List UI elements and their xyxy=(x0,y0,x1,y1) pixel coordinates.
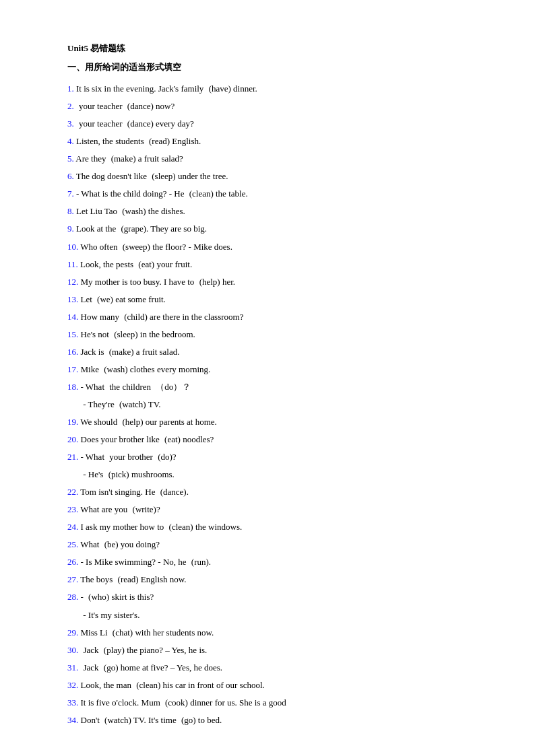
question-text: - What xyxy=(81,382,107,392)
question-line: 28. - (who) skirt is this? xyxy=(67,589,481,605)
question-text: (dance) every day? xyxy=(127,118,194,129)
question-number: 24. xyxy=(67,522,78,532)
question-line: 19. We should (help) our parents at home… xyxy=(67,414,481,430)
question-text: We should xyxy=(80,417,119,427)
question-text: The boys xyxy=(80,574,115,584)
question-line: 5. Are they (make) a fruit salad? xyxy=(67,151,481,167)
question-text: (eat) noodles? xyxy=(164,434,214,444)
question-text: (play) the piano? – Yes, he is. xyxy=(104,645,207,655)
question-text: (clean) the windows. xyxy=(169,522,243,532)
question-number: 9. xyxy=(67,224,74,234)
question-text: (be) you doing? xyxy=(104,539,160,549)
question-text: (sleep) under the tree. xyxy=(152,171,228,181)
question-line: 14. How many (child) are there in the cl… xyxy=(67,309,481,325)
question-line: 29. Miss Li (chat) with her students now… xyxy=(67,625,481,641)
question-text: (pick) mushrooms. xyxy=(108,469,175,479)
question-text: (clean) the table. xyxy=(189,188,248,199)
question-number: 31. xyxy=(67,662,78,673)
question-number: 15. xyxy=(67,329,78,339)
question-number: 27. xyxy=(67,574,78,584)
question-line: 33. It is five o'clock. Mum (cook) dinne… xyxy=(67,695,481,711)
question-line: 20. Does your brother like (eat) noodles… xyxy=(67,432,481,448)
question-line: 9. Look at the (grape). They are so big. xyxy=(67,221,481,237)
question-number: 18. xyxy=(67,382,78,392)
question-number: 17. xyxy=(67,364,78,374)
question-number: 1. xyxy=(67,83,74,94)
question-line: 15. He's not (sleep) in the bedroom. xyxy=(67,327,481,343)
question-text: (chat) with her students now. xyxy=(113,627,214,638)
question-number: 3. xyxy=(67,118,74,129)
question-number: 30. xyxy=(67,645,78,655)
question-text: (we) eat some fruit. xyxy=(97,294,166,304)
question-number: 13. xyxy=(67,294,78,304)
question-text: (go) home at five? – Yes, he does. xyxy=(104,662,222,673)
question-text: - They're xyxy=(81,399,117,409)
question-line: - He's (pick) mushrooms. xyxy=(67,467,481,483)
question-number: 14. xyxy=(67,312,78,322)
question-text: (read) English. xyxy=(149,136,201,146)
question-number: 25. xyxy=(67,539,78,549)
title-sub: 一、用所给词的适当形式填空 xyxy=(67,59,481,75)
question-text: He's not xyxy=(81,329,112,339)
question-text: - xyxy=(81,592,86,602)
question-line: 3. your teacher (dance) every day? xyxy=(67,116,481,132)
question-text: Are they xyxy=(75,153,108,164)
question-text: Jack xyxy=(84,645,101,655)
question-text: What are you xyxy=(80,504,129,514)
question-text: Don't xyxy=(81,715,102,725)
question-text: (clean) his car in front of our school. xyxy=(136,680,265,690)
question-text: I ask my mother how to xyxy=(81,522,166,532)
question-number: 5. xyxy=(67,153,74,164)
question-number: 32. xyxy=(67,680,78,690)
question-text: (write)? xyxy=(133,504,160,514)
question-number: 26. xyxy=(67,557,78,567)
question-text: Miss Li xyxy=(81,627,110,638)
question-text: Listen, the students xyxy=(76,136,146,146)
question-line: 7. - What is the child doing? - He (clea… xyxy=(67,186,481,202)
question-text: The dog doesn't like xyxy=(76,171,150,181)
question-line: 10. Who often (sweep) the floor? - Mike … xyxy=(67,239,481,255)
question-line: - It's my sister's. xyxy=(67,607,481,623)
question-text: - He's xyxy=(81,469,106,479)
question-number: 20. xyxy=(67,434,78,444)
question-number: 11. xyxy=(67,259,78,269)
question-line: 32. Look, the man (clean) his car in fro… xyxy=(67,677,481,693)
question-text: What xyxy=(80,539,101,549)
question-text: (sleep) in the bedroom. xyxy=(114,329,195,339)
question-line: 31. Jack (go) home at five? – Yes, he do… xyxy=(67,660,481,676)
question-text: Mike xyxy=(81,364,102,374)
question-text: Tom isn't singing. He xyxy=(80,487,157,497)
question-text: (dance) now? xyxy=(127,101,175,111)
question-number: 16. xyxy=(67,347,78,357)
question-number: 34. xyxy=(67,715,78,725)
question-line: 27. The boys (read) English now. xyxy=(67,572,481,588)
question-line: 30. Jack (play) the piano? – Yes, he is. xyxy=(67,642,481,658)
question-text: (wash) the dishes. xyxy=(122,206,185,216)
question-text: (have) dinner. xyxy=(209,83,257,94)
question-number: 29. xyxy=(67,627,78,638)
question-text: Look, the man xyxy=(81,680,134,690)
question-number: 23. xyxy=(67,504,78,514)
question-line: 22. Tom isn't singing. He (dance). xyxy=(67,484,481,500)
question-text: (make) a fruit salad? xyxy=(111,153,183,164)
question-number: 33. xyxy=(67,697,78,708)
question-line: 16. Jack is (make) a fruit salad. xyxy=(67,344,481,360)
question-line: - They're (watch) TV. xyxy=(67,397,481,413)
question-line: 8. Let Liu Tao (wash) the dishes. xyxy=(67,203,481,219)
question-text: Look at the xyxy=(76,224,118,234)
question-text: How many xyxy=(81,312,122,322)
question-line: 34. Don't (watch) TV. It's time (go) to … xyxy=(67,712,481,728)
question-text: (watch) TV. It's time xyxy=(104,715,179,725)
question-text: （do）？ xyxy=(156,382,191,392)
question-line: 2. your teacher (dance) now? xyxy=(67,98,481,114)
question-text: (wash) clothes every morning. xyxy=(104,364,210,374)
question-text: (eat) your fruit. xyxy=(138,259,192,269)
question-text: (who) skirt is this? xyxy=(88,592,154,602)
question-text: Look, the pests xyxy=(80,259,135,269)
question-text: Let xyxy=(81,294,95,304)
question-text: Jack xyxy=(84,662,101,673)
question-text: Let Liu Tao xyxy=(76,206,119,216)
question-number: 8. xyxy=(67,206,74,216)
question-text: your teacher xyxy=(79,118,125,129)
question-text: It is six in the evening. Jack's family xyxy=(76,83,206,94)
